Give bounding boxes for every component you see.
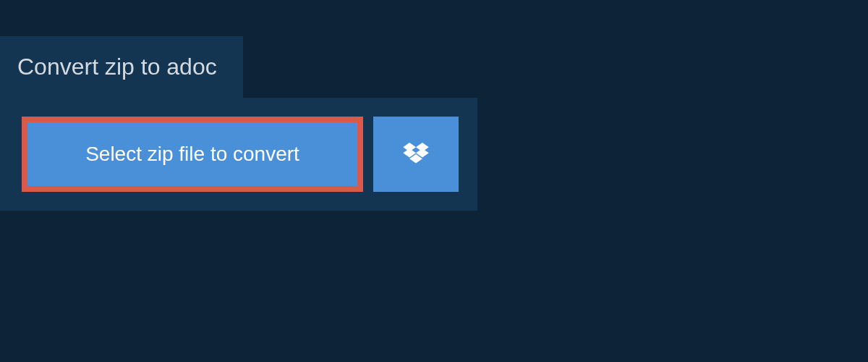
select-file-label: Select zip file to convert [85, 143, 299, 166]
dropbox-icon [403, 143, 429, 166]
tab-header: Convert zip to adoc [0, 36, 243, 98]
select-file-button[interactable]: Select zip file to convert [22, 117, 363, 192]
content-panel: Select zip file to convert [0, 98, 477, 211]
dropbox-button[interactable] [373, 117, 459, 192]
tab-title: Convert zip to adoc [17, 54, 217, 80]
